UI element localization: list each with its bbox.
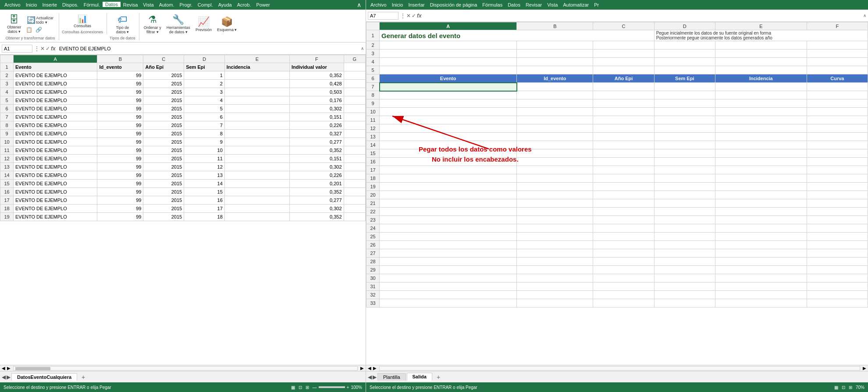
r-cell-18-2[interactable]: [593, 174, 654, 183]
left-cell-2-4[interactable]: [224, 71, 289, 80]
r-cell-15-5[interactable]: [807, 149, 868, 158]
r-cell-15-1[interactable]: [517, 149, 593, 158]
left-cell-3-3[interactable]: 2: [184, 80, 225, 88]
r-cell-30-0[interactable]: [380, 274, 517, 283]
left-cell-9-4[interactable]: [224, 130, 289, 138]
col-header-b[interactable]: B: [97, 55, 143, 63]
r-cell-33-5[interactable]: [807, 299, 868, 307]
r-scrollbar-track[interactable]: [379, 366, 860, 371]
left-cell-6-0[interactable]: EVENTO DE EJEMPLO: [14, 105, 97, 113]
r-cell-16-5[interactable]: [807, 158, 868, 166]
r-cell-24-3[interactable]: [654, 224, 715, 233]
left-cell-11-5[interactable]: 0,352: [290, 146, 344, 155]
left-cell-4-4[interactable]: [224, 88, 289, 96]
r-cell-12-2[interactable]: [593, 124, 654, 133]
menu-dispos[interactable]: Dispos.: [60, 2, 81, 7]
left-cell-3-0[interactable]: EVENTO DE EJEMPLO: [14, 80, 97, 88]
r-cell-12-0[interactable]: [380, 124, 517, 133]
r-cell-11-5[interactable]: [807, 116, 868, 124]
left-cell-8-3[interactable]: 7: [184, 121, 225, 130]
r-cell-5-2[interactable]: [593, 66, 654, 74]
left-cell-3-1[interactable]: 99: [97, 80, 143, 88]
header-cell-4[interactable]: Incidencia: [224, 63, 289, 71]
right-title-cell[interactable]: Generar datos del evento: [380, 30, 655, 41]
left-cell-18-1[interactable]: 99: [97, 205, 143, 213]
left-cell-10-2[interactable]: 2015: [143, 138, 184, 146]
r-nav-prev-btn[interactable]: ◀: [368, 366, 371, 371]
r-cell-33-3[interactable]: [654, 299, 715, 307]
r-cell-14-2[interactable]: [593, 141, 654, 149]
menu-revisa[interactable]: Revisa: [121, 2, 141, 7]
r-cell-27-4[interactable]: [715, 249, 807, 258]
left-cell-12-0[interactable]: EVENTO DE EJEMPLO: [14, 155, 97, 163]
r-cell-13-3[interactable]: [654, 133, 715, 141]
r-cell-27-5[interactable]: [807, 249, 868, 258]
r-cell-23-1[interactable]: [517, 216, 593, 224]
r-cell-31-5[interactable]: [807, 283, 868, 291]
r-cell-24-2[interactable]: [593, 224, 654, 233]
r-cell-32-4[interactable]: [715, 291, 807, 299]
header-cell-5[interactable]: Individual valor: [290, 63, 344, 71]
left-cell-7-3[interactable]: 6: [184, 113, 225, 121]
r-cell-21-5[interactable]: [807, 199, 868, 208]
r-cell-29-1[interactable]: [517, 266, 593, 274]
left-cell-2-0[interactable]: EVENTO DE EJEMPLO: [14, 71, 97, 80]
r-cell-25-3[interactable]: [654, 233, 715, 241]
r-cell-32-0[interactable]: [380, 291, 517, 299]
col-header-a[interactable]: A: [14, 55, 97, 63]
left-cell-3-4[interactable]: [224, 80, 289, 88]
r-cell-2-4[interactable]: [715, 41, 807, 49]
r-cell-21-3[interactable]: [654, 199, 715, 208]
r-cell-16-4[interactable]: [715, 158, 807, 166]
left-cell-17-0[interactable]: EVENTO DE EJEMPLO: [14, 196, 97, 205]
r-cell-22-5[interactable]: [807, 208, 868, 216]
r-cell-24-5[interactable]: [807, 224, 868, 233]
r-sheet-tab-add-btn[interactable]: +: [433, 373, 444, 381]
left-cell-16-4[interactable]: [224, 188, 289, 196]
left-cell-6-2[interactable]: 2015: [143, 105, 184, 113]
menu-power[interactable]: Power: [253, 2, 272, 7]
left-cell-18-2[interactable]: 2015: [143, 205, 184, 213]
r-cell-24-4[interactable]: [715, 224, 807, 233]
r-cell-27-0[interactable]: [380, 249, 517, 258]
r-col-header-a[interactable]: A: [380, 22, 517, 30]
r-cell-23-5[interactable]: [807, 216, 868, 224]
r-menu-formulas[interactable]: Fórmulas: [480, 2, 505, 7]
left-cell-17-5[interactable]: 0,277: [290, 196, 344, 205]
left-cell-5-1[interactable]: 99: [97, 96, 143, 105]
r-cell-20-4[interactable]: [715, 191, 807, 199]
header-cell-3[interactable]: Sem Epi: [184, 63, 225, 71]
r-menu-autom[interactable]: Automatizar: [560, 2, 591, 7]
menu-inicio[interactable]: Inicio: [23, 2, 40, 7]
r-cell-14-5[interactable]: [807, 141, 868, 149]
r-cell-29-0[interactable]: [380, 266, 517, 274]
r-cell-2-5[interactable]: [807, 41, 868, 49]
refresh-btn[interactable]: 🔄 Actualizartodo ▾: [25, 15, 56, 25]
r-cell-9-3[interactable]: [654, 99, 715, 108]
r-cell-28-3[interactable]: [654, 258, 715, 266]
r-cell-15-4[interactable]: [715, 149, 807, 158]
right-hscroll[interactable]: ◀ ▶ ▶: [366, 365, 868, 371]
left-cell-14-4[interactable]: [224, 171, 289, 180]
r-col-header-b[interactable]: B: [517, 22, 593, 30]
r-cell-18-5[interactable]: [807, 174, 868, 183]
r-cell-17-5[interactable]: [807, 166, 868, 174]
r-scroll-right-btn[interactable]: ▶: [861, 366, 868, 371]
r-cell-10-5[interactable]: [807, 108, 868, 116]
header-cell-0[interactable]: Evento: [14, 63, 97, 71]
r-view-pagebreak-btn[interactable]: ⊞: [849, 385, 852, 390]
ordenar-filtrar-btn[interactable]: ⚗ Ordenar yfiltrar ▾: [142, 13, 163, 35]
left-cell-18-3[interactable]: 17: [184, 205, 225, 213]
herramientas-datos-btn[interactable]: 🔧 Herramientasde datos ▾: [165, 13, 192, 35]
r-cell-31-1[interactable]: [517, 283, 593, 291]
r-cell-16-3[interactable]: [654, 158, 715, 166]
r-cell-7-1[interactable]: [517, 83, 593, 91]
r-menu-insertar[interactable]: Insertar: [406, 2, 427, 7]
r-cell-7-0[interactable]: [380, 83, 517, 91]
r-cell-22-1[interactable]: [517, 208, 593, 216]
r-cell-29-2[interactable]: [593, 266, 654, 274]
left-cell-16-0[interactable]: EVENTO DE EJEMPLO: [14, 188, 97, 196]
left-cell-2-2[interactable]: 2015: [143, 71, 184, 80]
r-cell-19-5[interactable]: [807, 183, 868, 191]
prevision-btn[interactable]: 📈 Previsión: [194, 15, 213, 33]
